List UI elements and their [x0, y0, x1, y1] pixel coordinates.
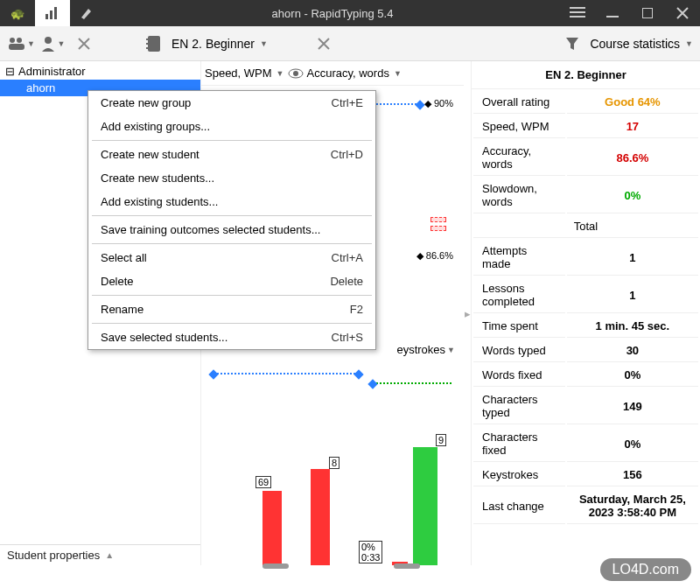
legend-item — [430, 217, 446, 222]
stats-panel: EN 2. Beginner Overall ratingGood 64%Spe… — [471, 61, 700, 565]
svg-point-8 — [10, 38, 15, 43]
highlighter-icon — [80, 5, 95, 21]
chart-icon — [45, 5, 60, 21]
stats-row: Last changeSaturday, March 25, 2023 3:58… — [473, 488, 698, 524]
svg-rect-14 — [146, 43, 149, 45]
svg-point-11 — [45, 37, 52, 44]
menu-button[interactable] — [560, 0, 595, 26]
student-button[interactable]: ▼ — [38, 30, 66, 58]
minimize-icon — [606, 7, 619, 19]
stats-row: Keystrokes156 — [473, 464, 698, 486]
stats-row: Slowdown, words0% — [473, 178, 698, 214]
stats-row: Overall ratingGood 64% — [473, 91, 698, 114]
title-bar: 🐢 ahorn - RapidTyping 5.4 — [0, 0, 700, 26]
stats-row: Characters fixed0% — [473, 426, 698, 462]
stats-row: Accuracy, words86.6% — [473, 140, 698, 176]
stats-row: Lessons completed1 — [473, 277, 698, 313]
funnel-icon — [565, 37, 579, 51]
groups-icon — [7, 36, 25, 52]
svg-rect-6 — [606, 16, 619, 18]
axis-label: ◆ 86.6% — [416, 250, 453, 262]
hamburger-icon — [570, 7, 585, 19]
stats-table: Overall ratingGood 64%Speed, WPM17Accura… — [472, 89, 700, 526]
collapse-icon[interactable]: ⊟ — [5, 65, 15, 78]
tree-root[interactable]: ⊟ Administrator — [0, 63, 200, 80]
chart-header: Speed, WPM▼ Accuracy, words▼ — [201, 61, 464, 86]
clear-course-button[interactable] — [310, 30, 338, 58]
clear-groups-button[interactable] — [70, 30, 98, 58]
svg-rect-7 — [642, 8, 653, 18]
tree-item-label: ahorn — [26, 81, 55, 94]
legend-item — [430, 226, 446, 231]
close-icon — [676, 7, 689, 19]
stats-row: Characters typed149 — [473, 388, 698, 424]
toolbar: ▼ ▼ EN 2. Beginner ▼ Course statistics ▼ — [0, 26, 700, 61]
chart-lower: eystrokes▼ 69 8 0%0:33 — [210, 343, 455, 574]
stats-label[interactable]: Course statistics — [590, 37, 680, 51]
close-icon — [78, 38, 90, 50]
chevron-down-icon: ▼ — [685, 39, 693, 48]
svg-rect-5 — [570, 16, 585, 18]
menu-item[interactable]: Add existing groups... — [88, 115, 375, 138]
svg-rect-12 — [148, 36, 160, 52]
guide-label: ◆ 90% — [424, 98, 453, 109]
menu-item[interactable]: Add existing students... — [88, 190, 375, 214]
chevron-up-icon: ▲ — [105, 550, 114, 560]
keystrokes-dropdown[interactable]: eystrokes — [396, 343, 445, 356]
tab-statistics[interactable] — [35, 0, 70, 26]
filter-button[interactable] — [558, 30, 586, 58]
menu-item[interactable]: Save training outcomes selected students… — [88, 218, 375, 242]
groups-button[interactable]: ▼ — [7, 30, 35, 58]
speed-dropdown[interactable]: Speed, WPM▼ — [205, 66, 284, 80]
menu-item[interactable]: RenameF2 — [88, 298, 375, 321]
course-label[interactable]: EN 2. Beginner — [172, 37, 255, 51]
close-icon — [318, 38, 330, 50]
close-button[interactable] — [665, 0, 700, 26]
svg-rect-1 — [50, 10, 52, 19]
stats-row: Speed, WPM17 — [473, 116, 698, 138]
student-properties-toggle[interactable]: Student properties ▲ — [0, 544, 200, 565]
stats-row: Attempts made1 — [473, 240, 698, 276]
menu-item[interactable]: Save selected students...Ctrl+S — [88, 326, 375, 349]
svg-point-17 — [293, 71, 298, 76]
person-icon — [40, 36, 56, 52]
chevron-down-icon: ▼ — [260, 39, 268, 48]
app-icon[interactable]: 🐢 — [0, 0, 35, 26]
svg-rect-4 — [570, 11, 585, 13]
svg-rect-0 — [46, 14, 48, 19]
watermark: LO4D.com — [600, 558, 691, 581]
menu-item[interactable]: Create new groupCtrl+E — [88, 91, 375, 115]
maximize-icon — [642, 8, 653, 18]
tab-editor[interactable] — [70, 0, 105, 26]
slider-handle[interactable] — [262, 564, 289, 569]
context-menu: Create new groupCtrl+EAdd existing group… — [88, 90, 376, 350]
window-title: ahorn - RapidTyping 5.4 — [105, 7, 560, 20]
tree-root-label: Administrator — [18, 65, 86, 78]
menu-item[interactable]: Create new students... — [88, 166, 375, 190]
svg-rect-2 — [54, 7, 57, 19]
svg-point-9 — [17, 38, 22, 43]
menu-item[interactable]: Create new studentCtrl+D — [88, 143, 375, 166]
minimize-button[interactable] — [595, 0, 630, 26]
stats-row: Time spent1 min. 45 sec. — [473, 315, 698, 338]
stats-row: Words fixed0% — [473, 364, 698, 387]
splitter[interactable]: ▸ — [464, 61, 471, 565]
svg-rect-3 — [570, 7, 585, 9]
slider-handle[interactable] — [394, 564, 420, 569]
svg-rect-13 — [146, 38, 149, 40]
eye-icon[interactable] — [288, 68, 304, 79]
svg-rect-15 — [146, 47, 149, 49]
svg-rect-10 — [9, 44, 24, 50]
menu-item[interactable]: DeleteDelete — [88, 270, 375, 293]
maximize-button[interactable] — [630, 0, 665, 26]
stats-title: EN 2. Beginner — [472, 61, 700, 89]
course-button[interactable] — [140, 30, 168, 58]
menu-item[interactable]: Select allCtrl+A — [88, 246, 375, 270]
accuracy-dropdown[interactable]: Accuracy, words▼ — [307, 66, 402, 80]
student-properties-label: Student properties — [7, 549, 100, 562]
notebook-icon — [145, 35, 163, 52]
stats-row: Words typed30 — [473, 340, 698, 362]
